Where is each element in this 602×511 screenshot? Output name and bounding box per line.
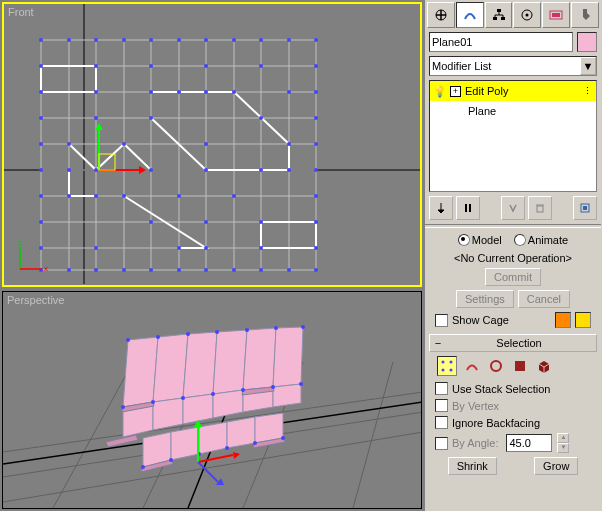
svg-marker-118 — [273, 327, 303, 387]
svg-rect-162 — [497, 9, 501, 12]
rollout-collapse-icon: − — [432, 337, 444, 349]
use-stack-label: Use Stack Selection — [452, 383, 550, 395]
svg-point-47 — [39, 116, 43, 120]
show-end-result-button[interactable] — [456, 196, 480, 220]
spinner-down-icon[interactable]: ▼ — [557, 443, 569, 453]
animate-mode-radio[interactable]: Animate — [514, 234, 568, 246]
object-color-swatch[interactable] — [577, 32, 597, 52]
svg-point-23 — [67, 38, 71, 42]
show-cage-checkbox[interactable] — [435, 314, 448, 327]
stack-item-edit-poly[interactable]: 💡 + Edit Poly ⋮ — [430, 81, 596, 101]
utilities-tab[interactable] — [571, 2, 599, 28]
svg-point-25 — [122, 38, 126, 42]
selection-rollout-header[interactable]: − Selection — [429, 334, 597, 352]
svg-point-41 — [149, 90, 153, 94]
svg-point-61 — [149, 168, 153, 172]
display-tab[interactable] — [542, 2, 570, 28]
svg-point-39 — [39, 90, 43, 94]
edge-subobj-button[interactable] — [463, 357, 481, 375]
svg-point-154 — [281, 436, 285, 440]
svg-point-85 — [67, 268, 71, 272]
expand-icon[interactable]: + — [450, 86, 461, 97]
svg-rect-171 — [537, 206, 543, 212]
operation-status: <No Current Operation> — [429, 250, 597, 266]
svg-point-148 — [299, 382, 303, 386]
modifier-list-dropdown[interactable]: Modifier List ▼ — [429, 56, 597, 76]
svg-point-94 — [314, 268, 318, 272]
stack-toolbar — [425, 194, 601, 222]
modify-tab[interactable] — [456, 2, 484, 28]
svg-line-155 — [198, 455, 233, 462]
by-vertex-checkbox[interactable] — [435, 399, 448, 412]
stack-item-label: Plane — [468, 105, 496, 117]
svg-point-48 — [94, 116, 98, 120]
svg-point-36 — [204, 64, 208, 68]
svg-point-93 — [287, 268, 291, 272]
svg-point-80 — [177, 246, 181, 250]
command-panel: Modifier List ▼ 💡 + Edit Poly ⋮ Plane — [424, 0, 601, 511]
svg-point-147 — [271, 385, 275, 389]
viewport-front[interactable]: Front — [2, 2, 422, 287]
angle-spinner[interactable] — [506, 434, 552, 452]
svg-point-24 — [94, 38, 98, 42]
stack-item-label: Edit Poly — [465, 85, 508, 97]
ignore-backfacing-label: Ignore Backfacing — [452, 417, 540, 429]
border-subobj-button[interactable] — [487, 357, 505, 375]
polygon-subobj-button[interactable] — [511, 357, 529, 375]
svg-point-90 — [204, 268, 208, 272]
spinner-up-icon[interactable]: ▲ — [557, 433, 569, 443]
svg-marker-124 — [273, 384, 301, 407]
command-panel-tabs — [425, 0, 601, 30]
vertex-subobj-button[interactable] — [437, 356, 457, 376]
axis-indicator-front: z x — [12, 237, 52, 277]
svg-point-33 — [39, 64, 43, 68]
grow-button[interactable]: Grow — [534, 457, 578, 475]
svg-point-152 — [225, 446, 229, 450]
svg-point-63 — [259, 168, 263, 172]
svg-point-176 — [450, 361, 453, 364]
svg-point-64 — [287, 168, 291, 172]
object-name-input[interactable] — [429, 32, 573, 52]
by-angle-label: By Angle: — [452, 437, 498, 449]
cage-color-1[interactable] — [555, 312, 571, 328]
use-stack-checkbox[interactable] — [435, 382, 448, 395]
modifier-list-label: Modifier List — [432, 60, 491, 72]
svg-point-29 — [232, 38, 236, 42]
by-angle-checkbox[interactable] — [435, 437, 448, 450]
cancel-button[interactable]: Cancel — [518, 290, 570, 308]
shrink-button[interactable]: Shrink — [448, 457, 497, 475]
pin-stack-button[interactable] — [429, 196, 453, 220]
svg-point-58 — [39, 168, 43, 172]
svg-point-86 — [94, 268, 98, 272]
motion-tab[interactable] — [513, 2, 541, 28]
create-tab[interactable] — [427, 2, 455, 28]
ignore-backfacing-checkbox[interactable] — [435, 416, 448, 429]
svg-point-67 — [67, 194, 71, 198]
make-unique-button[interactable] — [501, 196, 525, 220]
svg-rect-168 — [552, 13, 560, 17]
viewport-perspective[interactable]: Perspective — [2, 291, 422, 509]
svg-point-141 — [301, 325, 305, 329]
svg-point-37 — [259, 64, 263, 68]
model-mode-radio[interactable]: Model — [458, 234, 502, 246]
edit-poly-mode-section: Model Animate <No Current Operation> Com… — [425, 230, 601, 330]
stack-item-plane[interactable]: Plane — [430, 101, 596, 121]
hierarchy-tab[interactable] — [485, 2, 513, 28]
commit-button[interactable]: Commit — [485, 268, 541, 286]
svg-point-143 — [151, 400, 155, 404]
svg-point-22 — [39, 38, 43, 42]
svg-rect-164 — [501, 17, 505, 20]
selection-title: Selection — [444, 337, 594, 349]
configure-sets-button[interactable] — [573, 196, 597, 220]
svg-marker-126 — [171, 427, 199, 460]
svg-point-40 — [94, 90, 98, 94]
element-subobj-button[interactable] — [535, 357, 553, 375]
modifier-stack[interactable]: 💡 + Edit Poly ⋮ Plane — [429, 80, 597, 192]
svg-point-55 — [204, 142, 208, 146]
settings-button[interactable]: Settings — [456, 290, 514, 308]
svg-point-175 — [442, 361, 445, 364]
dropdown-arrow-icon: ▼ — [580, 57, 596, 75]
remove-modifier-button[interactable] — [528, 196, 552, 220]
cage-color-2[interactable] — [575, 312, 591, 328]
viewports-area: Front — [0, 0, 424, 511]
